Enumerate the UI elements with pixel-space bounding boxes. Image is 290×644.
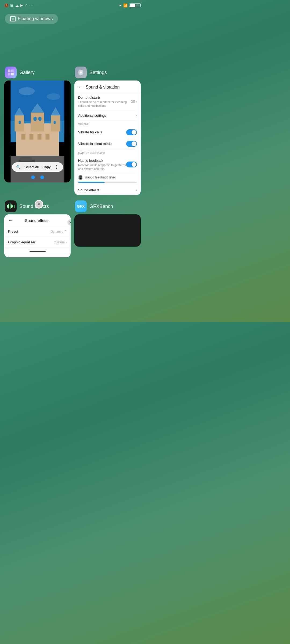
- haptic-level-row: 📳 Haptic feedback level: [78, 174, 137, 181]
- settings-title: Sound & vibration: [86, 85, 119, 90]
- settings-icon: [75, 67, 87, 78]
- notification-icon: ⊟: [10, 3, 14, 8]
- bottom-handle: [30, 251, 46, 252]
- preset-item[interactable]: Preset Dynamic ⌃: [4, 226, 71, 237]
- svg-rect-13: [31, 113, 44, 131]
- haptic-level-label: Haptic feedback level: [85, 175, 115, 179]
- sound-effects-back-button[interactable]: ←: [8, 218, 13, 223]
- svg-point-6: [19, 87, 35, 95]
- gallery-app-name: Gallery: [19, 70, 35, 75]
- svg-rect-22: [46, 134, 50, 140]
- svg-rect-19: [21, 134, 26, 140]
- svg-rect-0: [8, 69, 10, 72]
- chevron-right-icon-4: ›: [66, 240, 67, 244]
- haptic-feedback-left: Haptic feedback Receive tactile response…: [78, 159, 126, 171]
- status-left-icons: 🔕 ⊟ ☁ ▶ ✓ ···: [4, 3, 34, 8]
- vibrate-in-silent-item[interactable]: Vibrate in silent mode: [78, 138, 137, 150]
- svg-rect-16: [38, 117, 42, 121]
- floating-windows-icon: ⊡: [10, 16, 16, 21]
- gallery-card: Gallery: [4, 67, 71, 182]
- svg-rect-21: [38, 134, 42, 140]
- svg-rect-25: [20, 157, 32, 161]
- gfxbench-icon: GFX: [75, 200, 87, 212]
- vibrate-for-calls-title: Vibrate for calls: [78, 130, 126, 134]
- more-icon: ···: [29, 3, 34, 8]
- settings-app-name: Settings: [89, 70, 107, 75]
- vibrate-for-calls-toggle[interactable]: [126, 129, 137, 135]
- haptic-feedback-title: Haptic feedback: [78, 159, 126, 163]
- haptic-slider-fill: [78, 182, 105, 183]
- sound-effects-item[interactable]: Sound effects ›: [78, 185, 137, 195]
- vibrate-in-silent-left: Vibrate in silent mode: [78, 142, 126, 146]
- additional-settings-right: ›: [136, 114, 137, 117]
- gfxbench-app-name: GFXBench: [89, 204, 113, 209]
- svg-point-7: [47, 93, 60, 100]
- sound-effects-card: Sound effects ← Sound effects ✕ Preset D…: [4, 200, 71, 257]
- svg-rect-15: [34, 117, 37, 121]
- select-all-label[interactable]: Select all: [24, 165, 39, 169]
- settings-section: Do not disturb There'll be no reminders …: [74, 93, 141, 195]
- gfxbench-content: [74, 214, 141, 247]
- sound-effects-icon: [5, 200, 17, 212]
- check-icon: ✓: [24, 3, 28, 8]
- graphic-equaliser-item[interactable]: Graphic equaliser Custom ›: [4, 237, 71, 248]
- haptic-slider[interactable]: [78, 182, 137, 183]
- status-bar: 🔕 ⊟ ☁ ▶ ✓ ··· ✈ 📶 31: [0, 0, 145, 10]
- graphic-equaliser-value-text: Custom: [54, 240, 65, 244]
- gfxbench-header: GFX GFXBench: [74, 200, 141, 212]
- gallery-dot-left: [31, 175, 35, 179]
- sound-effects-inner-header: ← Sound effects: [4, 214, 71, 226]
- more-options-icon[interactable]: ⋮: [55, 164, 59, 170]
- vibrate-for-calls-left: Vibrate for calls: [78, 130, 126, 134]
- do-not-disturb-item[interactable]: Do not disturb There'll be no reminders …: [78, 93, 137, 111]
- svg-rect-31: [10, 203, 10, 209]
- haptic-feedback-toggle[interactable]: [126, 162, 137, 167]
- bottom-row: Sound effects ← Sound effects ✕ Preset D…: [4, 200, 141, 257]
- gallery-icon: [5, 67, 17, 78]
- settings-app-header: Settings: [74, 67, 141, 78]
- floating-close-button[interactable]: ✕: [35, 200, 43, 208]
- apps-row: Gallery: [4, 67, 141, 195]
- haptic-level-icon: 📳: [78, 175, 83, 180]
- svg-rect-17: [19, 121, 21, 124]
- additional-settings-item[interactable]: Additional settings ›: [78, 111, 137, 120]
- play-icon: ▶: [20, 3, 23, 7]
- sound-effects-inner-title: Sound effects: [25, 218, 49, 223]
- floating-windows-button[interactable]: ⊡ Floating windows: [5, 14, 58, 24]
- haptic-feedback-subtitle: Receive tactile response to gestures and…: [78, 163, 126, 171]
- vibrate-in-silent-toggle[interactable]: [126, 141, 137, 147]
- cloud-icon: ☁: [15, 3, 19, 8]
- svg-rect-18: [54, 121, 56, 124]
- status-right-icons: ✈ 📶 31: [119, 3, 141, 8]
- svg-rect-2: [8, 73, 10, 75]
- vibrate-section-label: VIBRATE: [78, 120, 137, 127]
- preset-value-text: Dynamic: [50, 230, 63, 233]
- svg-rect-33: [12, 205, 13, 207]
- gallery-dots: [31, 175, 44, 179]
- chevron-right-icon-3: ›: [136, 188, 137, 192]
- gallery-toolbar[interactable]: 🔍 Select all Copy ⋮: [12, 162, 63, 172]
- gallery-app-header: Gallery: [4, 67, 71, 78]
- settings-header: ← Sound & vibration: [74, 80, 141, 93]
- graphic-equaliser-value: Custom ›: [54, 240, 67, 244]
- preset-value: Dynamic ⌃: [50, 230, 67, 233]
- graphic-equaliser-label: Graphic equaliser: [8, 240, 35, 244]
- search-icon: 🔍: [16, 165, 21, 169]
- haptic-section-label: HAPTIC FEEDBACK: [78, 150, 137, 156]
- svg-rect-11: [51, 115, 60, 131]
- main-area: Gallery: [0, 24, 145, 257]
- wifi-icon: 📶: [123, 3, 128, 8]
- do-not-disturb-title: Do not disturb: [78, 96, 130, 100]
- additional-settings-title: Additional settings: [78, 114, 136, 118]
- haptic-feedback-item[interactable]: Haptic feedback Receive tactile response…: [78, 156, 137, 174]
- additional-settings-left: Additional settings: [78, 114, 136, 118]
- gfxbench-card: GFX GFXBench: [74, 200, 141, 257]
- settings-back-button[interactable]: ←: [78, 84, 83, 90]
- do-not-disturb-subtitle: There'll be no reminders for incoming ca…: [78, 100, 130, 108]
- battery-label: 31: [137, 4, 140, 7]
- airplane-icon: ✈: [119, 3, 122, 8]
- svg-rect-20: [30, 134, 34, 140]
- vibrate-for-calls-item[interactable]: Vibrate for calls: [78, 127, 137, 138]
- svg-rect-3: [11, 73, 14, 75]
- copy-label[interactable]: Copy: [42, 165, 50, 169]
